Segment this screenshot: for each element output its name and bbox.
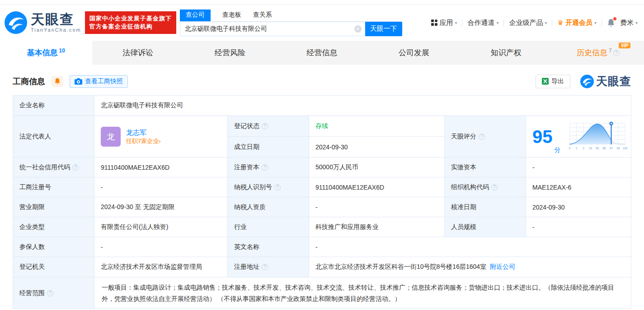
help-icon[interactable]: ? [491, 184, 498, 191]
field-value-company-type: 有限责任公司(法人独资) [94, 217, 228, 237]
view-snapshot-button[interactable]: 查看工商快照 [70, 75, 128, 88]
field-label-reg-status: 登记状态 ? [228, 116, 309, 137]
tab-label: 历史信息 [577, 48, 607, 58]
badge-line1: 国家中小企业发展子基金旗下 [89, 14, 172, 23]
score-distribution-chart: 0 1 3 15 50 85 97 99 100 [566, 119, 629, 154]
field-label-credit-code: 统一社会信用代码 ? [13, 157, 94, 177]
nav-partner-label: 合作通道 [467, 19, 494, 27]
field-value-reg-number: - [94, 177, 228, 197]
svg-text:50: 50 [596, 147, 599, 150]
label-text: 注册资本 [234, 163, 259, 172]
field-value-reg-capital: 50000万人民币 [309, 157, 445, 177]
tab-legal-proceedings[interactable]: 法律诉讼 [92, 41, 184, 65]
notification-bell-button[interactable] [607, 19, 615, 27]
badge-line2: 官方备案企业征信机构 [89, 23, 172, 31]
tab-count: 10 [59, 48, 65, 54]
legal-rep-avatar[interactable]: 龙 [101, 127, 121, 147]
tab-label: 经营风险 [215, 48, 245, 58]
nearby-companies-link[interactable]: 附近公司 [490, 263, 515, 271]
subscribe-bell-button[interactable] [52, 76, 63, 87]
svg-text:3: 3 [583, 147, 584, 150]
camera-icon [75, 78, 82, 85]
score-axis-ticks: 0 1 3 15 50 85 97 99 100 [569, 147, 628, 150]
field-value-staff-size: - [526, 217, 631, 237]
vip-badge: VIP [619, 43, 630, 48]
chevron-down-icon: ▾ [496, 20, 498, 25]
legal-rep-name-link[interactable]: 龙志军 [126, 129, 161, 136]
company-tabbar: 基本信息 10 法律诉讼 经营风险 经营信息 公司发展 知识产权 VIP 历史信… [0, 41, 644, 65]
clear-search-icon[interactable]: × [354, 25, 362, 33]
help-icon[interactable]: ? [479, 134, 485, 140]
nav-user-label: 费米 [620, 19, 634, 27]
tab-label: 公司发展 [399, 48, 429, 58]
help-icon[interactable]: ? [72, 164, 79, 171]
field-value-reg-status: 存续 [309, 116, 445, 137]
field-value-taxpayer-quality: - [309, 197, 445, 217]
apps-grid-icon [431, 19, 437, 26]
field-value-business-scope: 一般项目：集成电路设计；集成电路销售；技术服务、技术开发、技术咨询、技术交流、技… [94, 277, 631, 309]
tab-company-development[interactable]: 公司发展 [368, 41, 460, 65]
field-label-reg-number: 工商注册号 [13, 177, 94, 197]
watermark-logo: 天眼查 [580, 74, 631, 89]
search-tab-company[interactable]: 查公司 [180, 10, 211, 21]
field-value-paid-capital: - [526, 157, 631, 177]
field-label-reg-capital: 注册资本 ? [228, 157, 309, 177]
tianyancha-logo[interactable]: 天眼查 TianYanCha.com [5, 11, 81, 34]
search-button[interactable]: 天眼一下 [365, 22, 402, 36]
excel-icon [542, 78, 549, 85]
field-value-company-name: 北京砺联微电子科技有限公司 [94, 95, 631, 116]
nav-user[interactable]: 费米 ▾ [620, 19, 638, 27]
field-label-company-name: 企业名称 [13, 95, 94, 116]
tab-intellectual-property[interactable]: 知识产权 [460, 41, 552, 65]
tab-basic-info[interactable]: 基本信息 10 [0, 41, 92, 65]
search-tab-boss[interactable]: 查老板 [222, 10, 241, 21]
tab-operating-risk[interactable]: 经营风险 [184, 41, 276, 65]
tab-history-info[interactable]: VIP 历史信息 7 ? [552, 41, 644, 65]
help-icon[interactable]: ? [262, 164, 268, 171]
nav-divider [602, 19, 602, 26]
field-label-reg-authority: 登记机关 [13, 257, 94, 277]
crown-icon: ♛ [557, 19, 563, 27]
field-label-establish-date: 成立日期 [228, 137, 309, 157]
chevron-down-icon: ▾ [545, 20, 547, 25]
search-tab-relation[interactable]: 查关系 [253, 10, 272, 21]
svg-text:99: 99 [616, 147, 620, 150]
score-unit: 分 [555, 146, 561, 154]
nav-divider [552, 19, 552, 26]
nav-partner[interactable]: 合作通道 ▾ [467, 19, 498, 27]
nav-vip[interactable]: ♛ 开通会员 ▾ [557, 19, 596, 27]
field-value-credit-code: 91110400MAE12EAX6D [94, 157, 228, 177]
field-label-industry: 行业 [228, 217, 309, 237]
field-label-org-code: 组织机构代码 ? [445, 177, 526, 197]
svg-text:100: 100 [622, 147, 627, 150]
nav-apps[interactable]: 应用 ▾ [431, 19, 457, 27]
label-text: 纳税人识别号 [234, 183, 272, 191]
help-icon[interactable]: ? [262, 123, 268, 129]
help-icon[interactable]: ? [47, 290, 53, 296]
field-label-business-scope: 经营范围 ? [13, 277, 94, 309]
label-text: 经营范围 [19, 289, 45, 297]
field-value-business-term: 2024-09-30 至 无固定期限 [94, 197, 228, 217]
label-text: 注册地址 [234, 263, 259, 271]
help-icon[interactable]: ? [274, 184, 281, 191]
field-label-english-name: 英文名称 [228, 237, 309, 257]
label-text: 统一社会信用代码 [19, 163, 70, 172]
field-label-score: 天眼评分 ? [445, 116, 526, 157]
search-input[interactable] [180, 22, 365, 36]
chevron-down-icon: ▾ [594, 20, 597, 25]
nav-divider [462, 19, 462, 26]
nav-apps-label: 应用 [439, 19, 453, 27]
tab-operating-info[interactable]: 经营信息 [276, 41, 368, 65]
field-value-reg-address: 北京市北京经济技术开发区科谷一街10号院8号楼16层1604室 附近公司 [309, 257, 631, 277]
export-button[interactable]: 导出 [536, 75, 570, 88]
help-icon[interactable]: ? [262, 264, 268, 270]
search-module: 查公司 查老板 查关系 × 天眼一下 [180, 10, 402, 36]
help-icon[interactable]: ? [613, 50, 620, 56]
tianyancha-swirl-icon [580, 75, 594, 88]
nav-enterprise[interactable]: 企业级产品 ▾ [509, 19, 547, 27]
field-label-approval-date: 核准日期 [445, 197, 526, 217]
export-label: 导出 [551, 77, 564, 86]
brand-domain: TianYanCha.com [31, 28, 81, 33]
legal-rep-positions-link[interactable]: 任职7家企业› [126, 138, 161, 144]
chevron-down-icon: ▾ [455, 20, 457, 25]
